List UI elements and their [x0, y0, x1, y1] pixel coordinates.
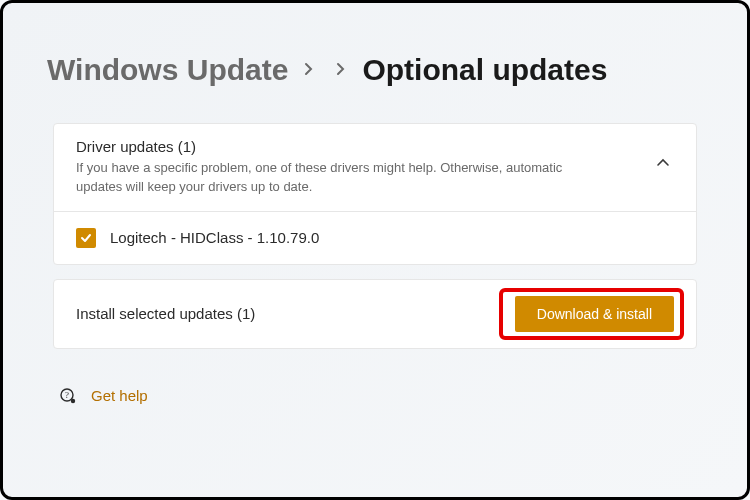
chevron-up-icon[interactable]: [656, 156, 670, 170]
chevron-right-icon: [304, 60, 314, 81]
download-install-button[interactable]: Download & install: [515, 296, 674, 332]
breadcrumb: Windows Update Optional updates: [47, 53, 703, 87]
update-item[interactable]: Logitech - HIDClass - 1.10.79.0: [54, 212, 696, 264]
install-summary: Install selected updates (1): [76, 305, 255, 322]
driver-updates-panel: Driver updates (1) If you have a specifi…: [53, 123, 697, 265]
install-panel: Install selected updates (1) Download & …: [53, 279, 697, 349]
get-help-label: Get help: [91, 387, 148, 404]
checkbox-checked-icon[interactable]: [76, 228, 96, 248]
breadcrumb-root[interactable]: Windows Update: [47, 53, 288, 87]
update-item-label: Logitech - HIDClass - 1.10.79.0: [110, 229, 319, 246]
svg-point-2: [71, 398, 75, 402]
chevron-right-icon: [336, 60, 346, 81]
svg-text:?: ?: [65, 390, 69, 400]
section-title: Driver updates (1): [76, 138, 596, 155]
breadcrumb-current: Optional updates: [362, 53, 607, 87]
get-help-link[interactable]: ? Get help: [59, 387, 703, 405]
section-description: If you have a specific problem, one of t…: [76, 159, 596, 197]
driver-updates-header[interactable]: Driver updates (1) If you have a specifi…: [54, 124, 696, 212]
help-icon: ?: [59, 387, 77, 405]
